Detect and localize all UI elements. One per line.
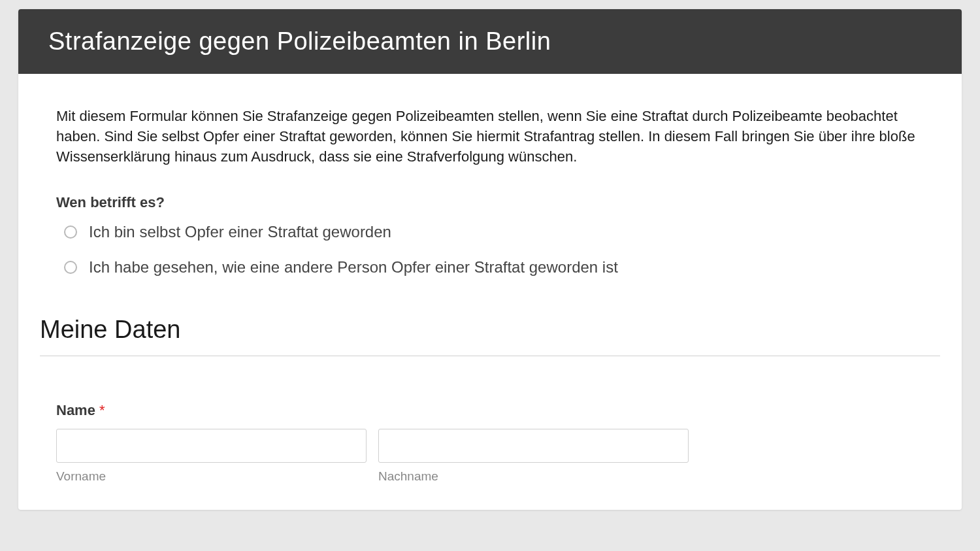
first-name-input[interactable] bbox=[56, 429, 367, 463]
required-indicator: * bbox=[99, 402, 105, 418]
intro-text: Mit diesem Formular können Sie Strafanze… bbox=[56, 107, 924, 167]
radio-option-witness[interactable]: Ich habe gesehen, wie eine andere Person… bbox=[64, 258, 924, 276]
form-body: Mit diesem Formular können Sie Strafanze… bbox=[18, 74, 962, 510]
question-who-label: Wen betrifft es? bbox=[56, 194, 924, 211]
radio-circle-icon[interactable] bbox=[64, 261, 77, 274]
section-divider bbox=[40, 356, 940, 356]
form-container: Strafanzeige gegen Polizeibeamten in Ber… bbox=[18, 9, 962, 510]
form-title: Strafanzeige gegen Polizeibeamten in Ber… bbox=[48, 27, 932, 56]
radio-label-witness: Ich habe gesehen, wie eine andere Person… bbox=[89, 258, 618, 276]
name-label-text: Name bbox=[56, 402, 95, 418]
name-field-label: Name * bbox=[56, 402, 924, 419]
radio-circle-icon[interactable] bbox=[64, 225, 77, 239]
section-heading-my-data: Meine Daten bbox=[40, 316, 924, 344]
radio-option-victim[interactable]: Ich bin selbst Opfer einer Straftat gewo… bbox=[64, 223, 924, 241]
last-name-sublabel: Nachname bbox=[378, 469, 689, 484]
radio-label-victim: Ich bin selbst Opfer einer Straftat gewo… bbox=[89, 223, 391, 241]
name-fields-row: Vorname Nachname bbox=[56, 429, 924, 484]
first-name-sublabel: Vorname bbox=[56, 469, 367, 484]
last-name-input[interactable] bbox=[378, 429, 689, 463]
form-header: Strafanzeige gegen Polizeibeamten in Ber… bbox=[18, 9, 962, 74]
radio-group-who: Ich bin selbst Opfer einer Straftat gewo… bbox=[56, 223, 924, 276]
first-name-wrapper: Vorname bbox=[56, 429, 367, 484]
last-name-wrapper: Nachname bbox=[378, 429, 689, 484]
